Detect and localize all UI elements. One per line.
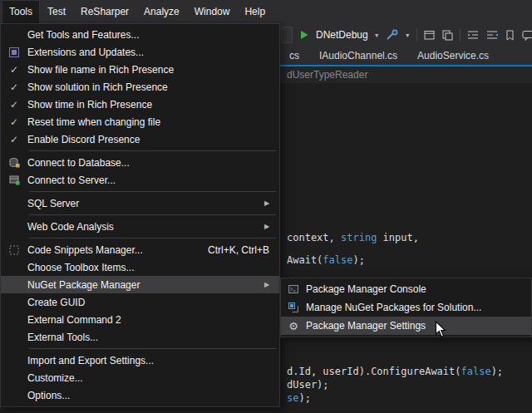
submenu-item-label: Package Manager Settings (306, 320, 531, 332)
wrench-icon (386, 29, 399, 42)
indent-icon (466, 29, 480, 41)
indent-button[interactable] (466, 29, 480, 41)
nuget-submenu: Package Manager Console Manage NuGet Pac… (280, 278, 532, 337)
menu-item-show-file-name[interactable]: ✓ Show file name in Rich Presence (1, 61, 279, 78)
menu-item-code-snippets-manager[interactable]: Code Snippets Manager... Ctrl+K, Ctrl+B (1, 241, 279, 258)
code-fragment: context, string input, (287, 232, 419, 243)
menu-item-customize[interactable]: Customize... (1, 369, 279, 386)
menu-item-label: External Tools... (27, 332, 279, 343)
menu-item-external-command-2[interactable]: External Command 2 (1, 311, 279, 328)
member-dropdown-label[interactable]: dUserTypeReader (287, 69, 367, 81)
menu-separator (29, 191, 276, 192)
menu-item-create-guid[interactable]: Create GUID (1, 293, 279, 311)
toolbar-partial-control[interactable] (281, 27, 293, 43)
submenu-arrow-icon: ▶ (263, 223, 279, 230)
menu-item-label: Choose Toolbox Items... (27, 262, 279, 273)
snippets-icon (8, 244, 20, 256)
bookmark-icon (505, 29, 515, 42)
menu-item-label: Enable Discord Presence (27, 134, 279, 145)
submenu-arrow-icon: ▶ (263, 281, 279, 288)
window-button[interactable] (423, 29, 436, 42)
bookmark-button[interactable] (505, 29, 515, 42)
menu-item-connect-to-database[interactable]: Connect to Database... (1, 154, 279, 171)
menu-item-web-code-analysis[interactable]: Web Code Analysis ▶ (1, 218, 279, 235)
gear-icon: ⚙ (288, 321, 298, 332)
menubar-item-window[interactable]: Window (187, 0, 238, 23)
run-target-dropdown-icon[interactable]: ▼ (374, 32, 380, 38)
tools-menu: Get Tools and Features... Extensions and… (0, 23, 280, 407)
comment-icon (521, 29, 532, 42)
menu-separator (29, 214, 276, 215)
code-fragment: d.Id, userId).ConfigureAwait(false); (287, 366, 503, 377)
copy-icon (441, 29, 454, 42)
toolbar-separator (460, 28, 461, 42)
menubar-item-analyze[interactable]: Analyze (136, 0, 187, 23)
run-button[interactable] (298, 29, 310, 41)
tab-partial[interactable]: cs (281, 48, 308, 63)
menu-item-label: Options... (27, 390, 279, 401)
console-icon (288, 283, 299, 295)
extensions-icon (8, 47, 20, 58)
menu-item-shortcut: Ctrl+K, Ctrl+B (208, 244, 269, 256)
menu-item-choose-toolbox-items[interactable]: Choose Toolbox Items... (1, 258, 279, 276)
menu-item-connect-to-server[interactable]: Connect to Server... (1, 171, 279, 189)
check-icon: ✓ (10, 64, 18, 76)
menubar-item-help[interactable]: Help (237, 0, 273, 23)
menubar-item-resharper[interactable]: ReSharper (73, 0, 136, 23)
outdent-button[interactable] (485, 29, 499, 41)
menu-item-label: Web Code Analysis (27, 221, 263, 233)
menu-item-label: External Command 2 (27, 314, 279, 326)
menu-item-enable-discord-presence[interactable]: ✓ Enable Discord Presence (1, 130, 279, 148)
menu-item-options[interactable]: Options... (1, 386, 279, 404)
code-fragment: Await(false); (287, 254, 365, 266)
check-icon: ✓ (10, 116, 18, 128)
menu-item-show-solution[interactable]: ✓ Show solution in Rich Presence (1, 78, 279, 96)
menu-item-label: Connect to Database... (27, 157, 279, 169)
menu-item-label: Import and Export Settings... (27, 355, 279, 366)
menu-item-label: Connect to Server... (27, 175, 279, 186)
menu-separator (29, 150, 276, 151)
code-fragment: dUser); (287, 379, 329, 391)
tab-audioservice[interactable]: AudioService.cs (409, 48, 497, 63)
menu-item-reset-time[interactable]: ✓ Reset time when changing file (1, 113, 279, 130)
attach-button[interactable] (386, 29, 399, 42)
toolbar-separator (416, 28, 417, 42)
check-icon: ✓ (10, 81, 18, 93)
submenu-item-label: Manage NuGet Packages for Solution... (306, 302, 531, 313)
menu-item-sql-server[interactable]: SQL Server ▶ (1, 194, 279, 212)
menu-item-label: Create GUID (27, 297, 279, 308)
submenu-item-package-manager-console[interactable]: Package Manager Console (281, 280, 531, 298)
menu-item-import-export-settings[interactable]: Import and Export Settings... (1, 352, 279, 369)
menubar-item-tools[interactable]: Tools (2, 0, 40, 23)
menubar-item-test[interactable]: Test (40, 0, 73, 23)
run-target-label[interactable]: DNetDebug (316, 29, 368, 41)
submenu-arrow-icon: ▶ (263, 199, 279, 207)
menu-item-label: Show time in Rich Presence (27, 99, 279, 111)
menu-item-label: Show solution in Rich Presence (27, 81, 279, 93)
submenu-item-package-manager-settings[interactable]: ⚙ Package Manager Settings (281, 317, 531, 335)
submenu-item-manage-nuget-packages[interactable]: Manage NuGet Packages for Solution... (281, 298, 531, 317)
menubar: Tools Test ReSharper Analyze Window Help (0, 0, 532, 23)
outdent-icon (485, 29, 499, 41)
menu-item-get-tools-and-features[interactable]: Get Tools and Features... (1, 26, 279, 43)
menu-item-label: NuGet Package Manager (27, 279, 263, 291)
menu-item-extensions-and-updates[interactable]: Extensions and Updates... (1, 43, 279, 61)
window-icon (423, 29, 436, 42)
menu-item-nuget-package-manager[interactable]: NuGet Package Manager ▶ (1, 276, 279, 293)
menu-item-label: Code Snippets Manager... (27, 244, 208, 256)
menu-item-label: Show file name in Rich Presence (27, 64, 279, 76)
menu-separator (29, 238, 276, 238)
play-icon (298, 29, 310, 41)
server-icon (8, 175, 20, 186)
menu-item-label: Get Tools and Features... (27, 29, 279, 41)
menu-separator (29, 348, 276, 349)
menu-item-show-time[interactable]: ✓ Show time in Rich Presence (1, 96, 279, 113)
submenu-item-label: Package Manager Console (306, 283, 531, 295)
comment-button[interactable] (521, 29, 532, 42)
menu-item-external-tools[interactable]: External Tools... (1, 328, 279, 346)
attach-dropdown-icon[interactable]: ▼ (405, 32, 411, 38)
menu-item-label: Customize... (27, 372, 279, 384)
copy-button[interactable] (441, 29, 454, 42)
check-icon: ✓ (10, 99, 18, 111)
tab-iaudiochannel[interactable]: IAudioChannel.cs (311, 48, 406, 63)
